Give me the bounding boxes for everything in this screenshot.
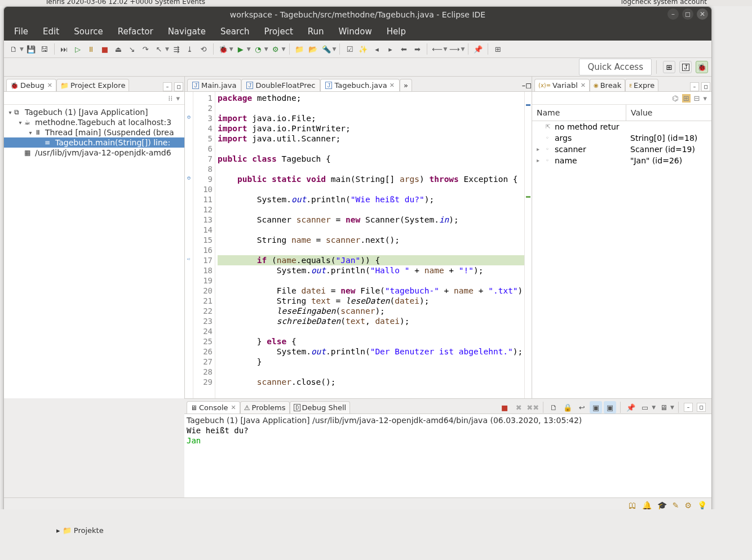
menu-edit[interactable]: Edit <box>36 23 66 40</box>
tab-break[interactable]: ◉Break <box>590 79 625 91</box>
dropdown-icon[interactable]: ▼ <box>461 46 465 52</box>
back-icon[interactable]: ⬅ <box>397 43 410 55</box>
dropdown-icon[interactable]: ▼ <box>247 46 251 52</box>
tree-row[interactable]: ≡Tagebuch.main(String[]) line: <box>4 137 184 148</box>
run-icon[interactable]: ▶ <box>235 43 247 55</box>
minimize-view-icon[interactable]: – <box>684 403 693 412</box>
drop-icon[interactable]: ⤓ <box>184 43 196 55</box>
save-icon[interactable]: 💾 <box>25 43 37 55</box>
view-menu-icon[interactable]: ▾ <box>176 94 180 103</box>
menu-run[interactable]: Run <box>301 23 331 40</box>
overview-ruler[interactable] <box>524 92 532 398</box>
coverage-icon[interactable]: ◔ <box>252 43 264 55</box>
tab-problems[interactable]: ⚠Problems <box>240 401 290 414</box>
open-console-icon[interactable]: 🖥 <box>657 401 670 414</box>
twistie-icon[interactable]: ▸ <box>537 146 543 153</box>
fwd-icon[interactable]: ➡ <box>411 43 423 55</box>
tab-project-explore[interactable]: 📁Project Explore <box>56 79 129 91</box>
code-line[interactable]: ​ <box>218 205 524 215</box>
twistie-icon[interactable]: ▸ <box>537 157 543 164</box>
ext-icon[interactable]: ⚙ <box>269 43 282 55</box>
code-line[interactable]: public class Tagebuch {​ <box>218 154 524 164</box>
java-perspective-icon[interactable]: 🄹 <box>679 61 692 73</box>
code-line[interactable]: String name = scanner.next();​ <box>218 235 524 245</box>
menu-search[interactable]: Search <box>214 23 256 40</box>
value-column[interactable]: Value <box>626 105 711 121</box>
code-line[interactable]: if (name.equals("Jan")) {​ <box>218 255 524 265</box>
debug-view-menu-icon[interactable]: ⁞⁞ <box>168 94 172 103</box>
menu-window[interactable]: Window <box>332 23 379 40</box>
close-tab-icon[interactable]: ✕ <box>581 82 586 89</box>
terminate-icon[interactable]: ■ <box>498 401 511 414</box>
scroll-lock-icon[interactable]: 🔒 <box>561 401 574 414</box>
twistie-icon[interactable] <box>537 135 543 141</box>
menu-file[interactable]: File <box>7 23 35 40</box>
collapse-all-icon[interactable]: ⊟ <box>694 94 700 103</box>
twistie-icon[interactable]: ▾ <box>16 119 24 126</box>
code-line[interactable]: ​ <box>218 164 524 174</box>
dropdown-icon[interactable]: ▼ <box>229 46 233 52</box>
variables-header[interactable]: Name Value <box>532 105 711 121</box>
tab-console[interactable]: 🖥Console ✕ <box>187 401 240 414</box>
code-line[interactable]: schreibeDaten(text, datei);​ <box>218 316 524 326</box>
nav-fwd-icon[interactable]: ⟶ <box>448 43 461 55</box>
menu-help[interactable]: Help <box>380 23 413 40</box>
editor-tab[interactable]: 🄹Tagebuch.java ✕ <box>320 79 399 91</box>
close-tab-icon[interactable]: ✕ <box>390 82 395 89</box>
show-type-names-icon[interactable]: ⌬ <box>672 94 678 103</box>
maximize-view-icon[interactable]: ◻ <box>701 82 710 91</box>
step-into-icon[interactable]: ↘ <box>126 43 138 55</box>
code-line[interactable]: ​ <box>218 184 524 194</box>
resume-icon[interactable]: ▷ <box>72 43 84 55</box>
dropdown-icon[interactable]: ▼ <box>443 46 447 52</box>
tree-row[interactable]: ▾⧉Tagebuch (1) [Java Application] <box>4 107 184 117</box>
remove-all-icon[interactable]: ✖✖ <box>527 401 539 414</box>
prev-icon[interactable]: ◂ <box>370 43 383 55</box>
editor-tab[interactable]: » <box>400 79 412 91</box>
editor-tab[interactable]: 🄹Main.java <box>187 79 241 91</box>
restart-icon[interactable]: ⟲ <box>197 43 210 55</box>
code-line[interactable]: ​ <box>218 367 524 377</box>
task-icon[interactable]: ☑ <box>343 43 356 55</box>
code-line[interactable]: ​ <box>218 144 524 154</box>
tip-icon[interactable]: 🕮 <box>629 501 636 510</box>
titlebar[interactable]: workspace - Tagebuch/src/methodne/Tagebu… <box>4 7 711 23</box>
code-line[interactable]: import java.util.Scanner;​ <box>218 134 524 144</box>
skip-icon[interactable]: ⏭ <box>58 43 70 55</box>
code-line[interactable]: ​ <box>218 326 524 336</box>
variable-row[interactable]: ◦argsString[0] (id=18) <box>532 132 711 144</box>
samples-icon[interactable]: 🎓 <box>657 501 667 510</box>
debug-icon[interactable]: 🐞 <box>217 43 229 55</box>
maximize-button[interactable]: ◻ <box>682 8 693 20</box>
remove-launch-icon[interactable]: ✖ <box>512 401 525 414</box>
open-perspective-icon[interactable]: ⊞ <box>663 61 675 73</box>
name-column[interactable]: Name <box>532 105 626 121</box>
dropdown-icon[interactable]: ▼ <box>282 46 286 52</box>
save-all-icon[interactable]: 🖫 <box>38 43 51 55</box>
code-line[interactable]: System.out.println("Wie heißt du?");​ <box>218 194 524 205</box>
code-line[interactable]: import java.io.PrintWriter;​ <box>218 123 524 134</box>
code-line[interactable]: public static void main(String[] args) t… <box>218 174 524 184</box>
minimize-view-icon[interactable]: – <box>690 82 699 91</box>
maximize-view-icon[interactable]: ◻ <box>697 403 706 412</box>
code-line[interactable]: Scanner scanner = new Scanner(System.in)… <box>218 215 524 225</box>
dropdown-icon[interactable]: ▼ <box>165 46 169 52</box>
new-icon[interactable]: 🗋 <box>7 43 20 55</box>
tree-row[interactable]: ▾☕methodne.Tagebuch at localhost:3 <box>4 117 184 127</box>
code-line[interactable]: ​ <box>218 275 524 286</box>
dropdown-icon[interactable]: ▼ <box>333 46 337 52</box>
maximize-view-icon[interactable]: ◻ <box>174 82 183 91</box>
code-line[interactable]: leseEingaben(scanner);​ <box>218 306 524 316</box>
step-over-icon[interactable]: ↷ <box>139 43 152 55</box>
code-line[interactable]: package methodne;​ <box>218 93 524 103</box>
code-line[interactable]: System.out.println("Hallo " + name + "!"… <box>218 265 524 275</box>
persp-icon[interactable]: ⊞ <box>492 43 504 55</box>
lightbulb-icon[interactable]: 💡 <box>697 501 707 510</box>
debug-perspective-icon[interactable]: 🐞 <box>696 61 708 73</box>
word-wrap-icon[interactable]: ↩ <box>576 401 588 414</box>
close-button[interactable]: ✕ <box>697 8 708 20</box>
tree-row[interactable]: ▾⏸Thread [main] (Suspended (brea <box>4 127 184 137</box>
nav-back-icon[interactable]: ⟵ <box>431 43 443 55</box>
tab-variabl[interactable]: (x)=Variabl ✕ <box>534 79 590 91</box>
settings-icon[interactable]: ⚙ <box>684 501 692 510</box>
